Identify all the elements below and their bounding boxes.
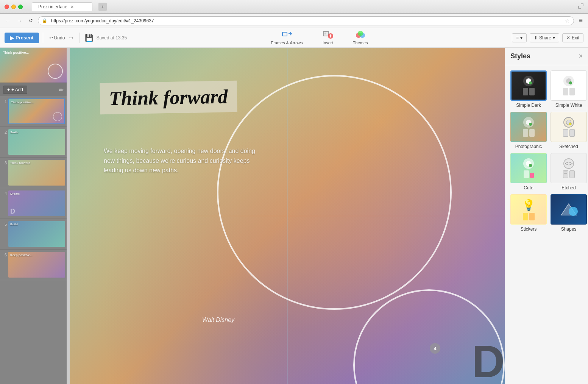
- new-tab-button[interactable]: +: [98, 3, 107, 11]
- slide-number-text: 4: [434, 346, 436, 351]
- slide-number-badge: 4: [430, 343, 440, 354]
- undo-icon: ↩: [49, 35, 53, 41]
- back-button[interactable]: ←: [4, 17, 12, 25]
- frames-arrows-icon: [282, 31, 292, 40]
- style-item-simple-white[interactable]: Simple White: [551, 70, 587, 108]
- main-area: Think positive... + + Add ✏ 1 Think posi…: [0, 48, 588, 384]
- style-item-simple-dark[interactable]: Simple Dark: [510, 70, 547, 108]
- insert-icon: [323, 31, 333, 40]
- sidebar-controls: + + Add ✏: [0, 83, 67, 96]
- slide-thumbnail-3[interactable]: Think forward: [8, 160, 65, 186]
- hamburger-menu-button[interactable]: ≡ ▾: [512, 33, 527, 42]
- exit-label: Exit: [572, 35, 579, 41]
- styles-panel-close-button[interactable]: ×: [579, 52, 583, 60]
- add-slide-button[interactable]: + + Add: [3, 86, 27, 94]
- style-label-simple-white: Simple White: [555, 103, 582, 108]
- style-thumb-cute: [510, 153, 547, 183]
- insert-button[interactable]: Insert: [319, 29, 337, 47]
- title-bar: Prezi interface ✕ +: [0, 0, 588, 14]
- tab-close-icon[interactable]: ✕: [70, 5, 74, 9]
- share-button[interactable]: ⬆ Share ▾: [530, 33, 559, 42]
- quote-text: Walt Disney: [202, 317, 234, 323]
- forward-button[interactable]: →: [15, 17, 23, 25]
- save-icon: 💾: [85, 34, 93, 42]
- toolbar-divider-1: [43, 33, 43, 43]
- style-thumb-simple-dark: [510, 70, 547, 101]
- sidebar-collapse-handle[interactable]: ·: [67, 48, 70, 384]
- tab-title: Prezi interface: [38, 4, 67, 9]
- slide-item[interactable]: 4 Dream D: [0, 188, 67, 219]
- security-lock-icon: 🔒: [42, 18, 47, 23]
- url-bar: ← → ↺ 🔒 https://prezi.com/ydgmcdcu_day/e…: [0, 14, 588, 28]
- style-thumb-simple-white: [551, 70, 587, 101]
- styles-panel: Styles ×: [505, 48, 588, 384]
- slide-item[interactable]: 2 Smile: [0, 127, 67, 158]
- present-button[interactable]: ▶ Present: [5, 33, 39, 43]
- bookmark-star-icon[interactable]: ☆: [565, 18, 570, 24]
- svg-rect-2: [324, 33, 326, 34]
- redo-button[interactable]: ↪: [67, 34, 75, 42]
- save-button[interactable]: 💾: [83, 32, 95, 44]
- reload-button[interactable]: ↺: [27, 17, 35, 25]
- slide-item[interactable]: 1 Think positive...: [0, 96, 67, 127]
- pen-tool-button[interactable]: ✏: [59, 86, 64, 94]
- slide-item[interactable]: 3 Think forward: [0, 158, 67, 188]
- sidebar-top-preview: Think positive...: [0, 48, 67, 83]
- browser-menu-icon[interactable]: ≡: [577, 17, 584, 25]
- styles-panel-title: Styles: [510, 52, 530, 60]
- svg-rect-0: [282, 32, 287, 36]
- saved-status: Saved at 13:35: [96, 35, 127, 41]
- main-circle-frame: [217, 75, 452, 310]
- styles-panel-header: Styles ×: [505, 48, 588, 65]
- slide-thumbnail-5[interactable]: Build: [8, 221, 65, 247]
- insert-label: Insert: [323, 41, 333, 45]
- slide-thumbnail-4[interactable]: Dream D: [8, 190, 65, 216]
- browser-tab[interactable]: Prezi interface ✕: [32, 2, 92, 11]
- style-label-sketched: Sketched: [559, 144, 578, 149]
- style-thumb-sketched: [551, 112, 587, 142]
- slide-thumbnail-6[interactable]: Keep positive...: [8, 252, 65, 278]
- style-item-photographic[interactable]: Photographic: [510, 112, 547, 149]
- style-item-cute[interactable]: Cute: [510, 153, 547, 190]
- share-label: Share: [539, 35, 551, 41]
- style-label-stickers: Stickers: [521, 226, 537, 232]
- style-item-stickers[interactable]: 💡 Stickers: [510, 194, 547, 232]
- style-item-shapes[interactable]: Shapes: [551, 194, 587, 232]
- close-traffic-light[interactable]: [5, 5, 9, 9]
- style-item-sketched[interactable]: Sketched: [551, 112, 587, 149]
- themes-button[interactable]: Themes: [349, 29, 372, 47]
- app-toolbar: ▶ Present ↩ Undo ↪ 💾 Saved at 13:35: [0, 28, 588, 48]
- exit-button[interactable]: ✕ Exit: [562, 33, 583, 42]
- style-label-cute: Cute: [524, 185, 533, 190]
- url-input-area[interactable]: 🔒 https://prezi.com/ydgmcdcu_day/edit/#1…: [38, 16, 574, 25]
- style-item-etched[interactable]: <> Etched: [551, 153, 587, 190]
- frames-arrows-label: Frames & Arrows: [271, 41, 303, 45]
- menu-icon: ≡: [516, 35, 519, 41]
- canvas-area[interactable]: Think forward We keep moving forward, op…: [70, 48, 505, 384]
- maximize-traffic-light[interactable]: [18, 5, 23, 9]
- slide-body-text: We keep moving forward, opening new door…: [104, 146, 255, 175]
- undo-button[interactable]: ↩ Undo: [47, 34, 67, 42]
- style-thumb-etched: <>: [551, 153, 587, 183]
- slide-thumbnail-1[interactable]: Think positive...: [8, 98, 65, 124]
- minimize-traffic-light[interactable]: [11, 5, 16, 9]
- slides-list: 1 Think positive... 2 Smile 3 Think forw: [0, 96, 67, 384]
- style-label-shapes: Shapes: [561, 226, 577, 232]
- toolbar-right: ≡ ▾ ⬆ Share ▾ ✕ Exit: [512, 33, 583, 42]
- slide-thumbnail-2[interactable]: Smile: [8, 129, 65, 155]
- toolbar-divider-2: [79, 33, 80, 43]
- frames-arrows-button[interactable]: Frames & Arrows: [267, 29, 306, 47]
- exit-icon: ✕: [566, 35, 570, 41]
- slide-title-box[interactable]: Think forward: [100, 81, 237, 114]
- slide-quote: Walt Disney: [202, 317, 234, 323]
- slide-title: Think forward: [109, 86, 228, 109]
- share-chevron-icon: ▾: [553, 35, 555, 41]
- dream-letter: D: [472, 339, 505, 384]
- slide-item[interactable]: 6 Keep positive...: [0, 250, 67, 280]
- undo-label: Undo: [54, 35, 65, 41]
- present-label: Present: [16, 35, 34, 41]
- share-icon: ⬆: [534, 35, 538, 41]
- add-icon: +: [7, 87, 10, 92]
- slide-item[interactable]: 5 Build: [0, 219, 67, 250]
- style-label-simple-dark: Simple Dark: [516, 103, 541, 108]
